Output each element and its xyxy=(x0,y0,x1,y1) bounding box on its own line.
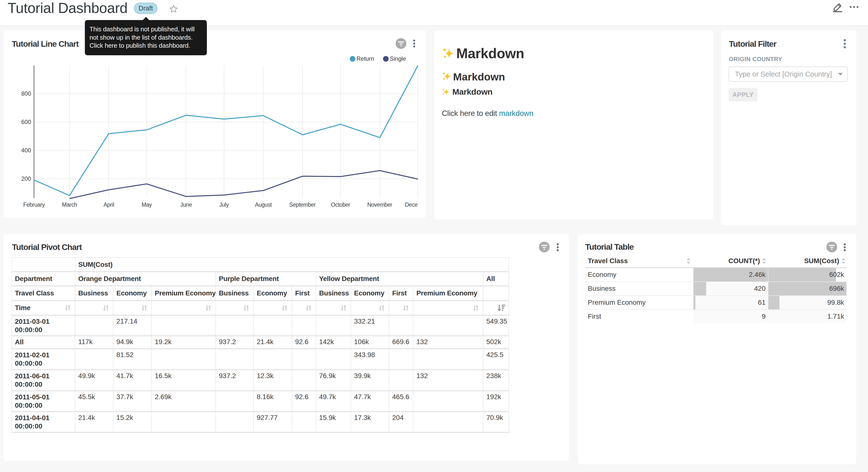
svg-text:November: November xyxy=(367,202,393,208)
svg-text:October: October xyxy=(331,202,350,208)
svg-text:August: August xyxy=(255,202,272,208)
svg-text:Single: Single xyxy=(390,55,406,62)
svg-text:February: February xyxy=(23,202,45,208)
svg-text:September: September xyxy=(289,202,316,208)
svg-text:800: 800 xyxy=(21,90,31,97)
svg-text:Dece: Dece xyxy=(405,202,417,208)
svg-text:600: 600 xyxy=(21,119,31,125)
svg-text:March: March xyxy=(62,202,77,208)
svg-text:200: 200 xyxy=(21,175,31,182)
svg-text:June: June xyxy=(180,202,192,208)
svg-text:Return: Return xyxy=(356,55,374,62)
svg-text:May: May xyxy=(142,202,152,208)
svg-text:April: April xyxy=(103,202,114,208)
svg-text:July: July xyxy=(219,202,229,208)
svg-text:400: 400 xyxy=(21,147,31,154)
